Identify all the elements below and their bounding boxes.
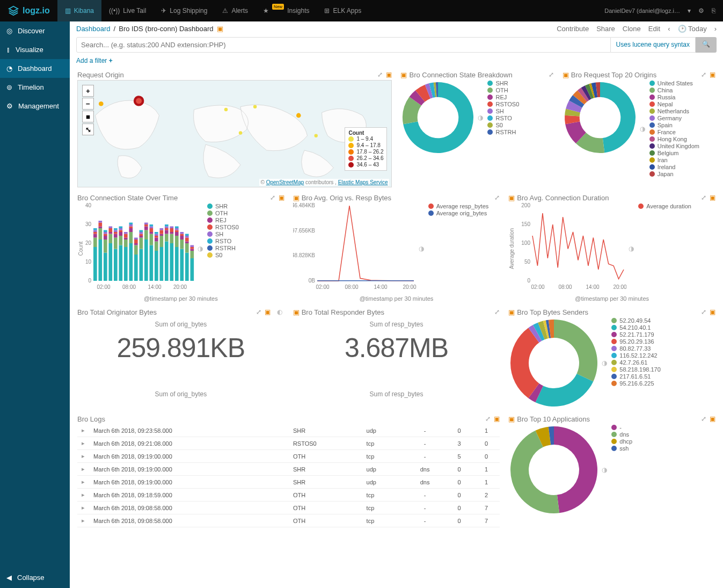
expand-row-icon[interactable]: ▸ xyxy=(77,489,89,502)
camera-icon[interactable]: ▣ xyxy=(563,71,569,79)
table-row[interactable]: ▸March 6th 2018, 09:19:00.000SHRudpdns01 xyxy=(77,476,500,489)
topnav-elk-apps[interactable]: ⊞ELK Apps xyxy=(317,0,369,21)
zoom-in-button[interactable]: + xyxy=(82,85,94,97)
legend-item[interactable]: Average resp_bytes xyxy=(428,203,489,209)
legend-item[interactable]: RSTRH xyxy=(487,129,519,135)
legend-toggle-icon[interactable]: ◑ xyxy=(419,245,424,252)
legend-item[interactable]: S0 xyxy=(487,122,519,128)
legend-item[interactable]: France xyxy=(649,129,699,135)
legend-item[interactable]: REJ xyxy=(207,217,239,223)
camera-icon[interactable]: ▣ xyxy=(508,415,515,423)
chevron-down-icon[interactable]: ▾ xyxy=(688,7,691,14)
osm-link[interactable]: OpenStreetMap xyxy=(266,179,304,185)
sidebar-item-visualize[interactable]: ⫿Visualize xyxy=(0,40,70,59)
camera-icon[interactable]: ▣ xyxy=(265,308,271,316)
add-filter-link[interactable]: Add a filter + xyxy=(76,57,113,64)
table-row[interactable]: ▸March 6th 2018, 09:08:58.000OTHtcp-07 xyxy=(77,502,500,514)
topnav-insights[interactable]: ★NewInsights xyxy=(255,0,317,21)
camera-icon[interactable]: ▣ xyxy=(293,194,300,202)
topnav-log-shipping[interactable]: ✈Log Shipping xyxy=(154,0,215,21)
sidebar-item-dashboard[interactable]: ◔Dashboard xyxy=(0,59,70,78)
legend-item[interactable]: S0 xyxy=(207,252,239,258)
topnav-kibana[interactable]: ▥Kibana xyxy=(57,0,101,21)
legend-item[interactable]: 217.61.6.51 xyxy=(611,373,660,380)
legend-item[interactable]: OTH xyxy=(487,87,519,93)
legend-item[interactable]: SHR xyxy=(487,80,519,86)
camera-icon[interactable]: ▣ xyxy=(710,71,715,78)
expand-icon[interactable]: ⤢ xyxy=(701,194,706,201)
table-row[interactable]: ▸March 6th 2018, 09:19:00.000OTHtcp-50 xyxy=(77,450,500,463)
camera-icon[interactable]: ▣ xyxy=(217,25,223,33)
share-link[interactable]: Share xyxy=(596,25,615,33)
next-time-icon[interactable]: › xyxy=(714,25,717,33)
table-row[interactable]: ▸March 6th 2018, 09:18:59.000OTHtcp-02 xyxy=(77,489,500,502)
search-input[interactable] xyxy=(76,37,611,53)
edit-link[interactable]: Edit xyxy=(648,25,660,33)
legend-item[interactable]: RSTO xyxy=(207,238,239,244)
expand-row-icon[interactable]: ▸ xyxy=(77,437,89,450)
legend-item[interactable]: Netherlands xyxy=(649,108,699,114)
legend-item[interactable]: dhcp xyxy=(611,438,632,445)
logout-icon[interactable]: ⎘ xyxy=(712,7,715,14)
expand-row-icon[interactable]: ▸ xyxy=(77,463,89,476)
camera-icon[interactable]: ▣ xyxy=(710,415,715,423)
legend-item[interactable]: RSTOS0 xyxy=(487,101,519,107)
legend-item[interactable]: Average duration xyxy=(638,203,691,209)
legend-item[interactable]: 52.20.49.54 xyxy=(611,317,660,324)
legend-item[interactable]: SH xyxy=(207,231,239,237)
legend-item[interactable]: dns xyxy=(611,431,632,438)
legend-item[interactable]: 54.210.40.1 xyxy=(611,324,660,331)
legend-toggle-icon[interactable]: ◑ xyxy=(602,466,607,474)
time-picker[interactable]: 🕑 Today xyxy=(678,25,707,33)
legend-item[interactable]: RSTRH xyxy=(207,245,239,251)
logo[interactable]: logz.io xyxy=(0,5,57,17)
camera-icon[interactable]: ▣ xyxy=(400,71,407,79)
expand-row-icon[interactable]: ▸ xyxy=(77,476,89,489)
camera-icon[interactable]: ▣ xyxy=(508,194,515,202)
table-row[interactable]: ▸March 6th 2018, 09:08:58.000OTHtcp-07 xyxy=(77,514,500,527)
prev-time-icon[interactable]: ‹ xyxy=(668,25,670,33)
breadcrumb-root[interactable]: Dashboard xyxy=(76,25,111,33)
camera-icon[interactable]: ▣ xyxy=(279,194,284,201)
camera-icon[interactable]: ▣ xyxy=(710,308,715,316)
legend-item[interactable]: Nepal xyxy=(649,101,699,107)
legend-item[interactable]: 95.216.6.225 xyxy=(611,380,660,387)
legend-item[interactable]: RSTO xyxy=(487,115,519,121)
legend-item[interactable]: 52.21.71.179 xyxy=(611,331,660,338)
search-button[interactable]: 🔍 xyxy=(696,37,717,53)
sidebar-item-discover[interactable]: ◎Discover xyxy=(0,21,70,40)
legend-item[interactable]: Hong Kong xyxy=(649,136,699,142)
table-row[interactable]: ▸March 6th 2018, 09:21:08.000RSTOS0tcp-3… xyxy=(77,437,500,450)
legend-item[interactable]: Average orig_bytes xyxy=(428,210,489,216)
expand-icon[interactable]: ⤢ xyxy=(270,194,275,201)
gear-icon[interactable]: ⚙ xyxy=(698,7,704,14)
legend-item[interactable]: 95.20.29.136 xyxy=(611,338,660,345)
legend-item[interactable]: - xyxy=(611,424,632,431)
legend-item[interactable]: 116.52.12.242 xyxy=(611,352,660,359)
expand-icon[interactable]: ⤢ xyxy=(549,71,554,78)
legend-item[interactable]: Germany xyxy=(649,115,699,121)
legend-item[interactable]: SH xyxy=(487,108,519,114)
legend-item[interactable]: United Kingdom xyxy=(649,143,699,149)
legend-toggle-icon[interactable]: ◐ xyxy=(277,308,282,316)
camera-icon[interactable]: ▣ xyxy=(293,308,300,316)
table-row[interactable]: ▸March 6th 2018, 09:23:58.000SHRudp-01 xyxy=(77,424,500,437)
camera-icon[interactable]: ▣ xyxy=(494,415,500,423)
expand-icon[interactable]: ⤢ xyxy=(701,71,706,78)
expand-icon[interactable]: ⤢ xyxy=(701,308,706,316)
legend-toggle-icon[interactable]: ◑ xyxy=(602,359,607,367)
legend-item[interactable]: 58.218.198.170 xyxy=(611,366,660,373)
fit-button[interactable]: ■ xyxy=(82,111,94,122)
legend-item[interactable]: ssh xyxy=(611,445,632,452)
camera-icon[interactable]: ▣ xyxy=(508,308,515,316)
legend-item[interactable]: Spain xyxy=(649,122,699,128)
contribute-link[interactable]: Contribute xyxy=(557,25,589,33)
expand-row-icon[interactable]: ▸ xyxy=(77,450,89,463)
lucene-hint[interactable]: Uses lucene query syntax xyxy=(611,37,696,53)
expand-icon[interactable]: ⤢ xyxy=(494,194,500,201)
legend-item[interactable]: Ireland xyxy=(649,164,699,170)
expand-row-icon[interactable]: ▸ xyxy=(77,514,89,527)
expand-row-icon[interactable]: ▸ xyxy=(77,502,89,514)
legend-toggle-icon[interactable]: ◑ xyxy=(478,114,483,121)
legend-item[interactable]: SHR xyxy=(207,203,239,209)
